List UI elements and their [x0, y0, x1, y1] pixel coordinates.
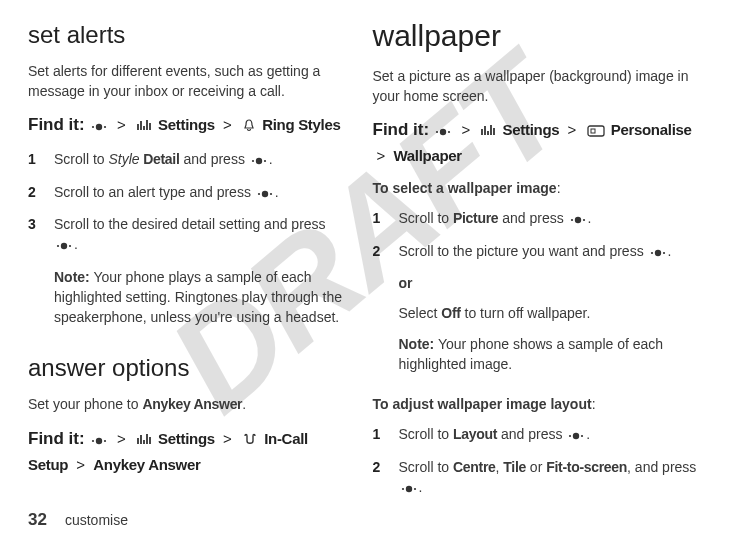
alerts-step-3: 3 Scroll to the desired detail setting a… — [28, 214, 347, 337]
gt: > — [117, 116, 126, 133]
center-key-icon — [91, 429, 107, 453]
svg-point-12 — [96, 437, 102, 443]
text: Scroll to — [399, 426, 453, 442]
findit-lead: Find it: — [373, 120, 430, 139]
wallpaper-heading: wallpaper — [373, 14, 702, 58]
text: Scroll to the desired detail setting and… — [54, 216, 326, 232]
text: Fit-to-screen — [546, 459, 627, 475]
gt: > — [76, 456, 85, 473]
alerts-findit: Find it: > Settings > Ring Styles — [28, 111, 347, 139]
gt: > — [223, 430, 232, 447]
step-number: 2 — [373, 241, 399, 384]
personalise-icon — [587, 120, 605, 144]
step-body: Scroll to Picture and press . — [399, 208, 702, 230]
center-key-icon — [91, 115, 107, 139]
settings-icon — [480, 120, 496, 144]
center-key-icon — [257, 184, 273, 204]
wallpaper-adjust-lead: To adjust wallpaper image layout: — [373, 394, 702, 414]
svg-point-4 — [252, 160, 254, 162]
text: Off — [441, 305, 460, 321]
svg-point-21 — [571, 219, 573, 221]
wallpaper-findit: Find it: > Settings > Personalise > Wall… — [373, 116, 702, 168]
text: Layout — [453, 426, 497, 442]
note-body: Your phone shows a sample of each highli… — [399, 336, 664, 372]
text: . — [419, 479, 423, 495]
text: . — [74, 236, 78, 252]
svg-point-7 — [258, 193, 260, 195]
findit-settings: Settings — [503, 121, 560, 138]
svg-point-0 — [96, 124, 102, 130]
gt: > — [568, 121, 577, 138]
gt: > — [462, 121, 471, 138]
answer-heading: answer options — [28, 351, 347, 386]
svg-point-23 — [654, 249, 660, 255]
findit-lead: Find it: — [28, 429, 85, 448]
text: Select — [399, 305, 442, 321]
center-key-icon — [401, 479, 417, 499]
text: or — [526, 459, 546, 475]
svg-point-27 — [569, 435, 571, 437]
svg-point-14 — [104, 439, 106, 441]
svg-point-16 — [436, 131, 438, 133]
wallpaper-off: Select Off to turn off wallpaper. — [399, 303, 702, 323]
step-body: Scroll to Centre, Tile or Fit-to-screen,… — [399, 457, 702, 500]
svg-point-15 — [440, 129, 446, 135]
wallpaper-layout-step-1: 1 Scroll to Layout and press . — [373, 424, 702, 446]
note-body: Your phone plays a sample of each highli… — [54, 269, 342, 326]
step-number: 1 — [373, 208, 399, 230]
text: Tile — [503, 459, 526, 475]
text: and press — [180, 151, 249, 167]
step-number: 2 — [28, 182, 54, 204]
svg-point-25 — [662, 252, 664, 254]
text: Scroll to an alert type and press — [54, 184, 255, 200]
step-number: 1 — [373, 424, 399, 446]
text: to turn off wallpaper. — [461, 305, 591, 321]
alerts-note: Note: Your phone plays a sample of each … — [54, 267, 347, 328]
center-key-icon — [56, 236, 72, 256]
svg-point-6 — [262, 190, 268, 196]
note-lead: Note: — [399, 336, 435, 352]
gt: > — [377, 147, 386, 164]
svg-point-31 — [413, 488, 415, 490]
page-content: set alerts Set alerts for different even… — [28, 18, 701, 483]
svg-point-2 — [104, 126, 106, 128]
text: Style — [108, 151, 139, 167]
svg-point-24 — [650, 252, 652, 254]
step-body: Scroll to an alert type and press . — [54, 182, 347, 204]
text: Detail — [140, 151, 180, 167]
findit-ringstyles: Ring Styles — [262, 116, 340, 133]
text: , and press — [627, 459, 696, 475]
answer-findit: Find it: > Settings > In-Call Setup > An… — [28, 425, 347, 477]
alerts-intro: Set alerts for different events, such as… — [28, 61, 347, 102]
step-number: 3 — [28, 214, 54, 337]
text: . — [242, 396, 246, 412]
step-body: Scroll to the picture you want and press… — [399, 241, 702, 384]
svg-point-17 — [448, 131, 450, 133]
right-column: wallpaper Set a picture as a wallpaper (… — [365, 18, 702, 483]
svg-point-9 — [61, 243, 67, 249]
text: Scroll to — [399, 210, 453, 226]
text: To adjust wallpaper image layout — [373, 396, 592, 412]
svg-point-11 — [69, 245, 71, 247]
svg-point-5 — [264, 160, 266, 162]
text: . — [269, 151, 273, 167]
text: Scroll to the picture you want and press — [399, 243, 648, 259]
text: and press — [497, 426, 566, 442]
svg-point-8 — [270, 193, 272, 195]
page-footer: 32 customise — [28, 508, 128, 533]
svg-point-22 — [583, 219, 585, 221]
settings-icon — [136, 115, 152, 139]
text: . — [588, 210, 592, 226]
svg-point-1 — [92, 126, 94, 128]
center-key-icon — [568, 426, 584, 446]
footer-label: customise — [65, 510, 128, 530]
alerts-step-2: 2 Scroll to an alert type and press . — [28, 182, 347, 204]
center-key-icon — [650, 243, 666, 263]
bell-icon — [242, 115, 256, 139]
incall-icon — [242, 429, 258, 453]
svg-point-26 — [573, 433, 579, 439]
text: Set your phone to — [28, 396, 142, 412]
text: Scroll to — [54, 151, 108, 167]
svg-rect-19 — [591, 129, 595, 133]
alerts-step-1: 1 Scroll to Style Detail and press . — [28, 149, 347, 171]
